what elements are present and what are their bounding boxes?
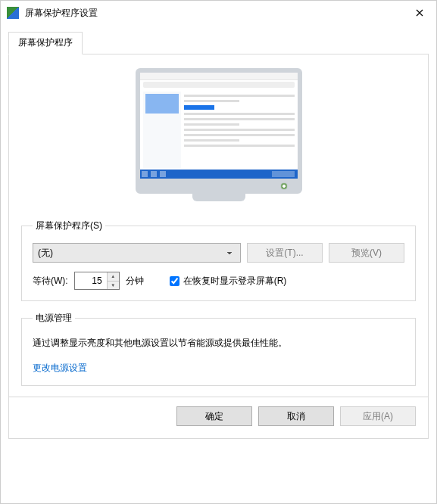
preview-button[interactable]: 预览(V) xyxy=(329,243,404,263)
power-description: 通过调整显示亮度和其他电源设置以节省能源或提供最佳性能。 xyxy=(33,337,404,350)
wait-unit: 分钟 xyxy=(126,275,144,288)
wait-spin-buttons[interactable]: ▲ ▼ xyxy=(107,272,119,289)
tab-screensaver[interactable]: 屏幕保护程序 xyxy=(8,32,83,54)
power-group-label: 电源管理 xyxy=(33,312,75,325)
monitor-stand xyxy=(192,194,245,201)
close-icon xyxy=(416,9,423,17)
tab-strip: 屏幕保护程序 xyxy=(8,31,429,54)
power-group: 电源管理 通过调整显示亮度和其他电源设置以节省能源或提供最佳性能。 更改电源设置 xyxy=(21,312,416,386)
screensaver-group-label: 屏幕保护程序(S) xyxy=(33,219,105,232)
chevron-down-icon[interactable]: ▼ xyxy=(108,282,119,290)
power-settings-link[interactable]: 更改电源设置 xyxy=(33,362,87,373)
wait-spinbox[interactable]: ▲ ▼ xyxy=(74,272,120,290)
window-title: 屏幕保护程序设置 xyxy=(25,7,402,20)
wait-input[interactable] xyxy=(75,272,107,289)
screensaver-select[interactable]: (无) xyxy=(33,243,241,263)
app-icon xyxy=(7,7,19,19)
resume-checkbox[interactable] xyxy=(170,276,179,286)
dialog-footer: 确定 取消 应用(A) xyxy=(9,397,428,438)
monitor-screen xyxy=(140,73,298,179)
screensaver-preview xyxy=(136,68,302,201)
ok-button[interactable]: 确定 xyxy=(176,406,252,426)
close-button[interactable] xyxy=(402,2,436,24)
chevron-up-icon[interactable]: ▲ xyxy=(108,272,119,282)
tab-content: 屏幕保护程序(S) (无) 设置(T)... 预览(V) 等待(W): ▲ ▼ … xyxy=(8,54,429,439)
resume-checkbox-label[interactable]: 在恢复时显示登录屏幕(R) xyxy=(170,275,287,288)
screensaver-group: 屏幕保护程序(S) (无) 设置(T)... 预览(V) 等待(W): ▲ ▼ … xyxy=(21,219,416,301)
settings-button[interactable]: 设置(T)... xyxy=(247,243,323,263)
resume-label-text: 在恢复时显示登录屏幕(R) xyxy=(183,275,287,288)
apply-button[interactable]: 应用(A) xyxy=(340,406,416,426)
monitor-frame xyxy=(136,68,302,194)
window-titlebar: 屏幕保护程序设置 xyxy=(1,1,436,25)
cancel-button[interactable]: 取消 xyxy=(258,406,334,426)
wait-label: 等待(W): xyxy=(33,275,68,288)
